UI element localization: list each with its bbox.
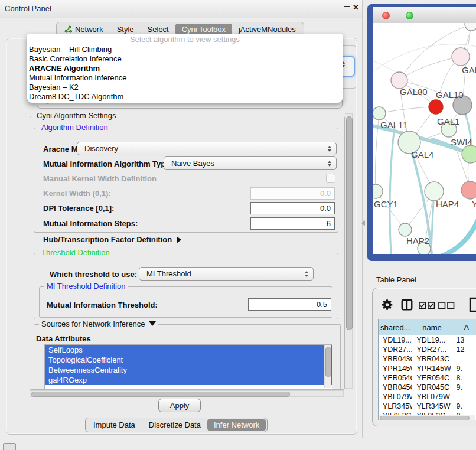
data-attributes-label: Data Attributes [36, 334, 91, 343]
algorithm-option[interactable]: Dream8 DC_TDC Algorithm [27, 92, 343, 102]
data-attribute-item[interactable]: SelfLoops [45, 345, 332, 355]
table-row[interactable]: YLR345WYLR345W9. [379, 402, 476, 411]
algorithm-option[interactable]: Bayesian – Hill Climbing [27, 45, 343, 54]
settings-vertical-scrollbar[interactable] [345, 113, 353, 389]
tab-discretize-data[interactable]: Discretize Data [142, 419, 207, 431]
table-row[interactable]: YBL079WYBL079W [379, 392, 476, 402]
checked-pair-icon[interactable] [419, 302, 435, 311]
column-header[interactable]: A [452, 319, 476, 335]
node-label: Y [472, 199, 476, 209]
list-scrollbar-thumb[interactable] [325, 347, 331, 377]
tab-label: jActiveMNodules [239, 25, 296, 34]
aracne-mode-combo[interactable]: Discovery [77, 142, 337, 155]
apply-button[interactable]: Apply [158, 399, 201, 412]
table-cell: 9. [452, 402, 476, 411]
table-cell [452, 392, 476, 402]
table-header-row: shared...nameA [379, 319, 476, 335]
table-cell: 9. [452, 383, 476, 392]
network-node[interactable] [462, 145, 476, 163]
sources-group-title[interactable]: Sources for Network Inference [39, 320, 158, 328]
table-cell: YBL079W [379, 392, 412, 402]
network-node[interactable] [452, 48, 470, 66]
table-row[interactable]: YBR045CYBR045C9. [379, 383, 476, 392]
tab-label: Discretize Data [149, 420, 201, 429]
tab-label: Infer Network [214, 420, 259, 429]
settings-horizontal-scrollbar[interactable] [30, 390, 344, 397]
node-label: GAL11 [380, 120, 407, 130]
tab-impute-data[interactable]: Impute Data [87, 419, 142, 431]
hub-definition-expander[interactable]: Hub/Transcription Factor Definition [43, 235, 181, 244]
algorithm-option[interactable]: Bayesian – K2 [27, 83, 343, 92]
table-cell: YBL079W [412, 392, 452, 402]
network-node[interactable] [399, 223, 412, 236]
node-label: SWI4 [451, 137, 472, 147]
settings-vscroll-thumb[interactable] [346, 116, 353, 330]
tab-label: Style [117, 25, 134, 34]
page-icon[interactable] [468, 297, 476, 314]
minimize-light[interactable] [394, 12, 400, 18]
threshold-definition-title: Threshold Definition [39, 249, 112, 257]
tab-label: Cyni Toolbox [182, 25, 226, 34]
unchecked-pair-icon[interactable] [438, 302, 455, 311]
table-hscroll-thumb[interactable] [380, 416, 470, 420]
table-cell: 9. [452, 364, 476, 373]
algorithm-option[interactable]: Mutual Information Inference [27, 73, 343, 83]
network-node[interactable] [465, 23, 476, 31]
network-canvas[interactable]: GALGAL80GAL10GAL1SWI4GAL11GAL4GCY1HAP4YH… [373, 23, 476, 254]
column-header[interactable]: name [412, 319, 452, 335]
mi-threshold-field[interactable]: 0.5 [248, 298, 331, 311]
list-scrollbar[interactable] [324, 345, 331, 388]
splitter-handle-icon[interactable] [361, 220, 365, 226]
tab-label: Select [148, 25, 169, 34]
manual-kernel-label: Manual Kernel Width Definition [43, 174, 157, 183]
network-node[interactable] [425, 182, 444, 201]
settings-group-title: Cyni Algorithm Settings [34, 112, 118, 120]
float-icon[interactable] [344, 6, 350, 12]
data-attributes-list: SelfLoopsTopologicalCoefficientBetweenne… [44, 344, 332, 389]
network-view-window: GALGAL80GAL10GAL1SWI4GAL11GAL4GCY1HAP4YH… [367, 4, 476, 261]
table-cell: YBR043C [412, 354, 452, 364]
kernel-width-field[interactable]: 0.0 [250, 187, 335, 200]
manual-kernel-checkbox[interactable] [326, 174, 335, 183]
mi-steps-field[interactable]: 6 [250, 217, 335, 230]
mi-threshold-group-title: MI Threshold Definition [44, 282, 128, 291]
tab-infer-network[interactable]: Infer Network [207, 419, 266, 431]
close-light[interactable] [382, 12, 390, 19]
table-body: YDL19...YDL19...13YDR27...YDR27...12YBR0… [379, 335, 476, 420]
table-cell: YBR043C [379, 354, 412, 364]
mi-type-combo[interactable]: Naive Bayes [164, 156, 337, 170]
table-row[interactable]: YDR27...YDR27...12 [379, 345, 476, 354]
node-label: GAL [462, 65, 476, 75]
dpi-tolerance-field[interactable]: 0.0 [250, 202, 335, 214]
algorithm-option[interactable]: ARACNE Algorithm [27, 64, 343, 73]
network-node[interactable] [373, 107, 386, 120]
network-edge [399, 57, 461, 80]
network-node[interactable] [429, 100, 443, 114]
columns-icon[interactable] [400, 298, 413, 313]
node-label: GAL80 [400, 87, 428, 97]
network-node[interactable] [391, 72, 407, 89]
close-icon[interactable]: ✕ [353, 3, 359, 12]
gear-icon[interactable] [381, 298, 394, 313]
column-header[interactable]: shared... [379, 319, 412, 335]
network-node[interactable] [461, 181, 476, 199]
table-horizontal-scrollbar[interactable] [379, 415, 475, 420]
algorithm-option[interactable]: Basic Correlation Inference [27, 54, 343, 64]
which-threshold-combo[interactable]: MI Threshold [139, 267, 314, 281]
data-attribute-item[interactable]: gal4RGexp [45, 375, 332, 385]
data-attribute-item[interactable]: BetweennessCentrality [45, 365, 332, 375]
zoom-light[interactable] [406, 12, 413, 19]
settings-hscroll-thumb[interactable] [31, 392, 290, 397]
collapse-down-icon [149, 321, 156, 326]
table-row[interactable]: YBR043CYBR043C [379, 354, 476, 364]
network-node[interactable] [373, 184, 383, 198]
mi-type-label: Mutual Information Algorithm Type: [43, 159, 172, 168]
aracne-mode-value: Discovery [77, 144, 325, 153]
table-row[interactable]: YPR145WYPR145W9. [379, 364, 476, 373]
panel-title: Control Panel [5, 4, 51, 13]
table-row[interactable]: YDL19...YDL19...13 [379, 335, 476, 345]
data-attribute-item[interactable]: TopologicalCoefficient [45, 355, 332, 365]
minimized-panel-icon[interactable] [3, 443, 16, 450]
expand-right-icon [177, 236, 181, 243]
table-row[interactable]: YER054CYER054C8. [379, 373, 476, 383]
